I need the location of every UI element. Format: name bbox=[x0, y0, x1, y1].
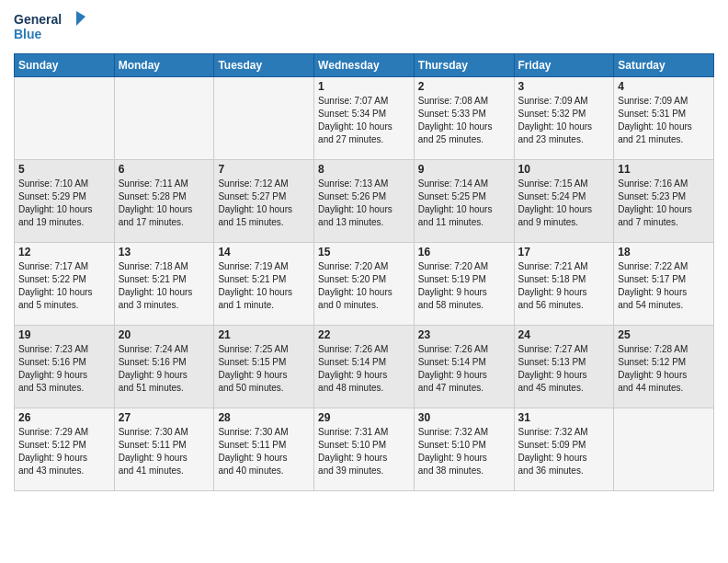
day-number: 5 bbox=[18, 163, 110, 176]
calendar-cell: 21Sunrise: 7:25 AM Sunset: 5:15 PM Dayli… bbox=[214, 326, 314, 408]
cell-content: Sunrise: 7:26 AM Sunset: 5:14 PM Dayligh… bbox=[418, 343, 510, 395]
cell-content: Sunrise: 7:11 AM Sunset: 5:28 PM Dayligh… bbox=[119, 178, 210, 229]
page-header: GeneralBlue bbox=[14, 9, 714, 46]
cell-content: Sunrise: 7:13 AM Sunset: 5:26 PM Dayligh… bbox=[318, 178, 410, 229]
calendar-week-0: 1Sunrise: 7:07 AM Sunset: 5:34 PM Daylig… bbox=[15, 77, 714, 160]
calendar-cell bbox=[614, 408, 714, 491]
day-number: 24 bbox=[518, 328, 610, 341]
cell-content: Sunrise: 7:27 AM Sunset: 5:13 PM Dayligh… bbox=[518, 343, 610, 395]
cell-content: Sunrise: 7:26 AM Sunset: 5:14 PM Dayligh… bbox=[318, 343, 410, 395]
day-number: 27 bbox=[119, 411, 210, 424]
calendar-cell: 26Sunrise: 7:29 AM Sunset: 5:12 PM Dayli… bbox=[15, 408, 115, 491]
day-number: 9 bbox=[418, 163, 510, 176]
calendar-cell: 29Sunrise: 7:31 AM Sunset: 5:10 PM Dayli… bbox=[314, 408, 415, 491]
calendar-cell: 20Sunrise: 7:24 AM Sunset: 5:16 PM Dayli… bbox=[114, 326, 214, 408]
calendar-cell: 12Sunrise: 7:17 AM Sunset: 5:22 PM Dayli… bbox=[15, 243, 115, 326]
day-number: 7 bbox=[218, 163, 310, 176]
cell-content: Sunrise: 7:12 AM Sunset: 5:27 PM Dayligh… bbox=[218, 178, 310, 229]
calendar-cell: 2Sunrise: 7:08 AM Sunset: 5:33 PM Daylig… bbox=[414, 77, 514, 160]
calendar-cell bbox=[214, 77, 314, 160]
cell-content: Sunrise: 7:20 AM Sunset: 5:19 PM Dayligh… bbox=[418, 260, 510, 312]
calendar-cell: 9Sunrise: 7:14 AM Sunset: 5:25 PM Daylig… bbox=[414, 160, 514, 243]
header-cell-sunday: Sunday bbox=[15, 54, 115, 77]
calendar-cell: 6Sunrise: 7:11 AM Sunset: 5:28 PM Daylig… bbox=[114, 160, 214, 243]
cell-content: Sunrise: 7:30 AM Sunset: 5:11 PM Dayligh… bbox=[119, 426, 210, 477]
day-number: 20 bbox=[119, 328, 210, 341]
calendar-cell: 27Sunrise: 7:30 AM Sunset: 5:11 PM Dayli… bbox=[114, 408, 214, 491]
calendar-cell: 13Sunrise: 7:18 AM Sunset: 5:21 PM Dayli… bbox=[114, 243, 214, 326]
calendar-cell: 8Sunrise: 7:13 AM Sunset: 5:26 PM Daylig… bbox=[314, 160, 415, 243]
day-number: 14 bbox=[218, 246, 310, 259]
cell-content: Sunrise: 7:14 AM Sunset: 5:25 PM Dayligh… bbox=[418, 178, 510, 229]
svg-text:Blue: Blue bbox=[14, 27, 42, 41]
cell-content: Sunrise: 7:19 AM Sunset: 5:21 PM Dayligh… bbox=[218, 260, 310, 312]
header-cell-wednesday: Wednesday bbox=[314, 54, 415, 77]
cell-content: Sunrise: 7:20 AM Sunset: 5:20 PM Dayligh… bbox=[318, 260, 410, 312]
calendar-cell: 17Sunrise: 7:21 AM Sunset: 5:18 PM Dayli… bbox=[514, 243, 614, 326]
day-number: 10 bbox=[518, 163, 610, 176]
cell-content: Sunrise: 7:15 AM Sunset: 5:24 PM Dayligh… bbox=[518, 178, 610, 229]
day-number: 1 bbox=[318, 80, 410, 93]
day-number: 26 bbox=[18, 411, 110, 424]
day-number: 19 bbox=[18, 328, 110, 341]
day-number: 21 bbox=[218, 328, 310, 341]
calendar-week-3: 19Sunrise: 7:23 AM Sunset: 5:16 PM Dayli… bbox=[15, 326, 714, 408]
cell-content: Sunrise: 7:22 AM Sunset: 5:17 PM Dayligh… bbox=[618, 260, 710, 312]
calendar-cell: 19Sunrise: 7:23 AM Sunset: 5:16 PM Dayli… bbox=[15, 326, 115, 408]
cell-content: Sunrise: 7:32 AM Sunset: 5:10 PM Dayligh… bbox=[418, 426, 510, 477]
day-number: 30 bbox=[418, 411, 510, 424]
cell-content: Sunrise: 7:29 AM Sunset: 5:12 PM Dayligh… bbox=[18, 426, 110, 477]
cell-content: Sunrise: 7:21 AM Sunset: 5:18 PM Dayligh… bbox=[518, 260, 610, 312]
day-number: 4 bbox=[618, 80, 710, 93]
day-number: 12 bbox=[18, 246, 110, 259]
header-cell-saturday: Saturday bbox=[614, 54, 714, 77]
cell-content: Sunrise: 7:09 AM Sunset: 5:32 PM Dayligh… bbox=[518, 95, 610, 146]
cell-content: Sunrise: 7:25 AM Sunset: 5:15 PM Dayligh… bbox=[218, 343, 310, 395]
day-number: 31 bbox=[518, 411, 610, 424]
calendar-cell bbox=[15, 77, 115, 160]
calendar-cell: 31Sunrise: 7:32 AM Sunset: 5:09 PM Dayli… bbox=[514, 408, 614, 491]
day-number: 2 bbox=[418, 80, 510, 93]
header-cell-friday: Friday bbox=[514, 54, 614, 77]
header-row: SundayMondayTuesdayWednesdayThursdayFrid… bbox=[15, 54, 714, 77]
day-number: 25 bbox=[618, 328, 710, 341]
day-number: 29 bbox=[318, 411, 410, 424]
cell-content: Sunrise: 7:18 AM Sunset: 5:21 PM Dayligh… bbox=[119, 260, 210, 312]
calendar-week-1: 5Sunrise: 7:10 AM Sunset: 5:29 PM Daylig… bbox=[15, 160, 714, 243]
day-number: 28 bbox=[218, 411, 310, 424]
day-number: 6 bbox=[119, 163, 210, 176]
cell-content: Sunrise: 7:09 AM Sunset: 5:31 PM Dayligh… bbox=[618, 95, 710, 146]
calendar-cell: 23Sunrise: 7:26 AM Sunset: 5:14 PM Dayli… bbox=[414, 326, 514, 408]
calendar-cell: 5Sunrise: 7:10 AM Sunset: 5:29 PM Daylig… bbox=[15, 160, 115, 243]
calendar-cell: 1Sunrise: 7:07 AM Sunset: 5:34 PM Daylig… bbox=[314, 77, 415, 160]
cell-content: Sunrise: 7:31 AM Sunset: 5:10 PM Dayligh… bbox=[318, 426, 410, 477]
calendar-cell: 14Sunrise: 7:19 AM Sunset: 5:21 PM Dayli… bbox=[214, 243, 314, 326]
calendar-cell: 10Sunrise: 7:15 AM Sunset: 5:24 PM Dayli… bbox=[514, 160, 614, 243]
calendar-cell: 4Sunrise: 7:09 AM Sunset: 5:31 PM Daylig… bbox=[614, 77, 714, 160]
cell-content: Sunrise: 7:17 AM Sunset: 5:22 PM Dayligh… bbox=[18, 260, 110, 312]
cell-content: Sunrise: 7:30 AM Sunset: 5:11 PM Dayligh… bbox=[218, 426, 310, 477]
logo: GeneralBlue bbox=[14, 9, 87, 46]
logo-svg: GeneralBlue bbox=[14, 9, 87, 46]
calendar-cell: 11Sunrise: 7:16 AM Sunset: 5:23 PM Dayli… bbox=[614, 160, 714, 243]
day-number: 18 bbox=[618, 246, 710, 259]
header-cell-thursday: Thursday bbox=[414, 54, 514, 77]
cell-content: Sunrise: 7:07 AM Sunset: 5:34 PM Dayligh… bbox=[318, 95, 410, 146]
day-number: 16 bbox=[418, 246, 510, 259]
day-number: 3 bbox=[518, 80, 610, 93]
cell-content: Sunrise: 7:23 AM Sunset: 5:16 PM Dayligh… bbox=[18, 343, 110, 395]
header-cell-monday: Monday bbox=[114, 54, 214, 77]
calendar-cell: 18Sunrise: 7:22 AM Sunset: 5:17 PM Dayli… bbox=[614, 243, 714, 326]
cell-content: Sunrise: 7:28 AM Sunset: 5:12 PM Dayligh… bbox=[618, 343, 710, 395]
calendar-week-2: 12Sunrise: 7:17 AM Sunset: 5:22 PM Dayli… bbox=[15, 243, 714, 326]
cell-content: Sunrise: 7:24 AM Sunset: 5:16 PM Dayligh… bbox=[119, 343, 210, 395]
calendar-cell bbox=[114, 77, 214, 160]
cell-content: Sunrise: 7:32 AM Sunset: 5:09 PM Dayligh… bbox=[518, 426, 610, 477]
day-number: 13 bbox=[119, 246, 210, 259]
day-number: 22 bbox=[318, 328, 410, 341]
calendar-header: SundayMondayTuesdayWednesdayThursdayFrid… bbox=[15, 54, 714, 77]
day-number: 23 bbox=[418, 328, 510, 341]
calendar-week-4: 26Sunrise: 7:29 AM Sunset: 5:12 PM Dayli… bbox=[15, 408, 714, 491]
header-cell-tuesday: Tuesday bbox=[214, 54, 314, 77]
calendar-cell: 15Sunrise: 7:20 AM Sunset: 5:20 PM Dayli… bbox=[314, 243, 415, 326]
